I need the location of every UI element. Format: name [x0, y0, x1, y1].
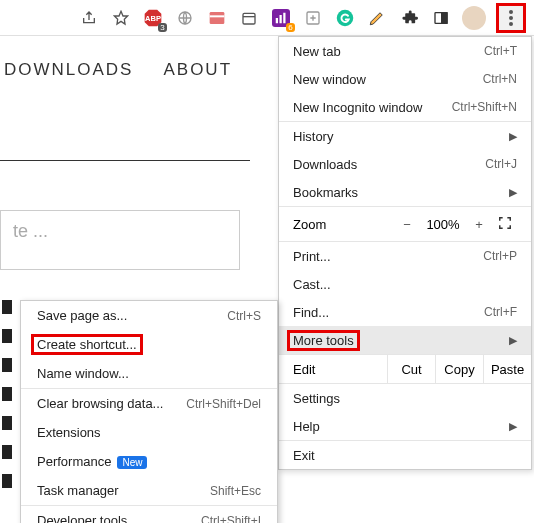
menu-zoom: Zoom − 100% +: [279, 206, 531, 242]
menu-new-tab[interactable]: New tab Ctrl+T: [279, 37, 531, 65]
zoom-value: 100%: [421, 217, 465, 232]
chevron-right-icon: ▶: [509, 334, 517, 347]
svg-rect-6: [243, 13, 255, 24]
menu-new-window[interactable]: New window Ctrl+N: [279, 65, 531, 93]
analytics-ext-icon[interactable]: 6: [270, 7, 292, 29]
chevron-right-icon: ▶: [509, 130, 517, 143]
svg-marker-0: [114, 11, 127, 24]
star-icon[interactable]: [110, 7, 132, 29]
submenu-task-manager[interactable]: Task manager Shift+Esc: [21, 476, 277, 505]
grammarly-icon[interactable]: [334, 7, 356, 29]
fullscreen-icon[interactable]: [493, 216, 517, 233]
menu-history[interactable]: History ▶: [279, 122, 531, 150]
svg-rect-8: [276, 18, 278, 23]
page-nav: DOWNLOADS ABOUT: [0, 60, 232, 80]
submenu-name-window[interactable]: Name window...: [21, 359, 277, 388]
svg-point-17: [509, 22, 513, 26]
edit-paste-button[interactable]: Paste: [483, 355, 531, 383]
submenu-extensions[interactable]: Extensions: [21, 418, 277, 447]
submenu-save-page[interactable]: Save page as... Ctrl+S: [21, 301, 277, 330]
edit-copy-button[interactable]: Copy: [435, 355, 483, 383]
extensions-icon[interactable]: [398, 7, 420, 29]
chrome-menu-button[interactable]: [496, 3, 526, 33]
analytics-badge: 6: [286, 23, 295, 32]
sidepanel-icon[interactable]: [430, 7, 452, 29]
menu-find[interactable]: Find... Ctrl+F: [279, 298, 531, 326]
chevron-right-icon: ▶: [509, 420, 517, 433]
svg-point-12: [337, 9, 354, 26]
menu-help[interactable]: Help ▶: [279, 412, 531, 440]
submenu-create-shortcut[interactable]: Create shortcut...: [21, 330, 277, 359]
svg-point-16: [509, 16, 513, 20]
page-divider: [0, 160, 250, 161]
nav-about[interactable]: ABOUT: [163, 60, 232, 80]
side-stripe: [2, 300, 12, 503]
nav-downloads[interactable]: DOWNLOADS: [4, 60, 133, 80]
submenu-clear-data[interactable]: Clear browsing data... Ctrl+Shift+Del: [21, 389, 277, 418]
edit-cut-button[interactable]: Cut: [387, 355, 435, 383]
zoom-in-button[interactable]: +: [465, 217, 493, 232]
adblock-badge: 3: [158, 23, 167, 32]
menu-incognito[interactable]: New Incognito window Ctrl+Shift+N: [279, 93, 531, 121]
menu-bookmarks[interactable]: Bookmarks ▶: [279, 178, 531, 206]
card-ext-icon[interactable]: [206, 7, 228, 29]
new-badge: New: [117, 456, 147, 469]
browser-toolbar: ABP 3 6: [0, 0, 534, 36]
menu-settings[interactable]: Settings: [279, 384, 531, 412]
plus-ext-icon[interactable]: [302, 7, 324, 29]
submenu-dev-tools[interactable]: Developer tools Ctrl+Shift+I: [21, 506, 277, 523]
svg-rect-10: [283, 12, 285, 23]
menu-downloads[interactable]: Downloads Ctrl+J: [279, 150, 531, 178]
menu-more-tools[interactable]: More tools ▶: [279, 326, 531, 354]
globe-icon[interactable]: [174, 7, 196, 29]
chevron-right-icon: ▶: [509, 186, 517, 199]
svg-rect-4: [210, 12, 225, 24]
svg-rect-9: [280, 15, 282, 23]
zoom-out-button[interactable]: −: [393, 217, 421, 232]
svg-rect-14: [442, 12, 447, 23]
more-tools-submenu: Save page as... Ctrl+S Create shortcut..…: [20, 300, 278, 523]
svg-point-15: [509, 10, 513, 14]
menu-cast[interactable]: Cast...: [279, 270, 531, 298]
chrome-menu: New tab Ctrl+T New window Ctrl+N New Inc…: [278, 36, 532, 470]
svg-rect-5: [210, 15, 225, 17]
profile-avatar[interactable]: [462, 6, 486, 30]
menu-exit[interactable]: Exit: [279, 441, 531, 469]
menu-edit-row: Edit Cut Copy Paste: [279, 354, 531, 384]
adblock-icon[interactable]: ABP 3: [142, 7, 164, 29]
share-icon[interactable]: [78, 7, 100, 29]
menu-print[interactable]: Print... Ctrl+P: [279, 242, 531, 270]
calendar-icon[interactable]: [238, 7, 260, 29]
pen-ext-icon[interactable]: [366, 7, 388, 29]
svg-text:ABP: ABP: [145, 14, 161, 23]
page-input[interactable]: te ...: [0, 210, 240, 270]
submenu-performance[interactable]: PerformanceNew: [21, 447, 277, 476]
